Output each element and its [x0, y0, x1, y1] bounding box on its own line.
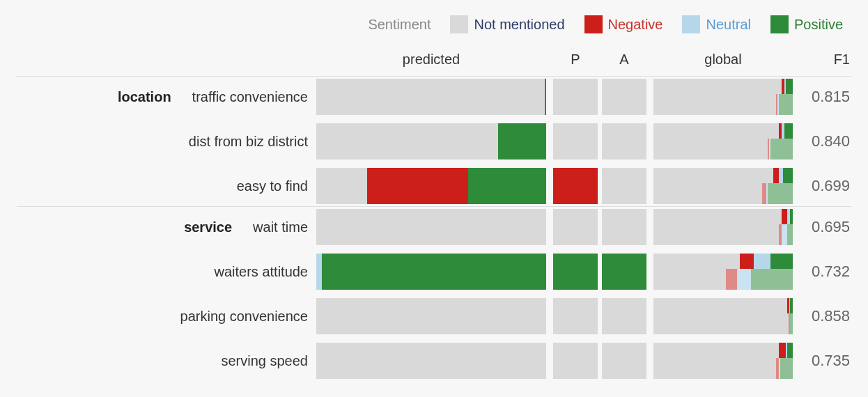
a-bar [602, 298, 646, 334]
predicted-bar [316, 209, 546, 245]
a-bar [602, 209, 646, 245]
header-f1: F1 [801, 52, 850, 68]
f1-value: 0.858 [801, 307, 850, 325]
swatch-neutral [682, 15, 700, 33]
a-bar [602, 79, 646, 115]
aspect-label: wait time [253, 219, 308, 235]
table-row: locationtraffic convenience0.815 [17, 77, 851, 117]
predicted-bar [316, 79, 546, 115]
header-global: global [653, 52, 793, 68]
a-bar [602, 123, 646, 159]
predicted-bar [316, 298, 546, 334]
legend-item-not-mentioned: Not mentioned [450, 15, 564, 33]
table-row: servicewait time0.695 [17, 207, 851, 247]
rows-container: locationtraffic convenience0.815dist fro… [17, 76, 851, 381]
group-label: location [88, 89, 192, 105]
predicted-bar [316, 123, 546, 159]
legend-item-neutral: Neutral [682, 15, 750, 33]
f1-value: 0.732 [801, 263, 850, 281]
p-bar [553, 79, 598, 115]
global-bar [653, 79, 793, 115]
sentiment-aspect-chart: Sentiment Not mentioned Negative Neutral… [0, 0, 868, 381]
p-bar [553, 168, 598, 204]
global-bar [653, 168, 793, 204]
legend-label: Not mentioned [474, 17, 564, 33]
swatch-negative [584, 15, 603, 33]
a-bar [602, 343, 646, 379]
global-bar [653, 343, 793, 379]
p-bar [553, 343, 598, 379]
a-bar [602, 254, 646, 290]
global-bar [653, 298, 793, 334]
global-bar [653, 254, 793, 290]
legend-item-negative: Negative [584, 15, 663, 33]
predicted-bar [316, 254, 546, 290]
aspect-label: serving speed [221, 353, 308, 369]
table-row: dist from biz district0.840 [17, 117, 851, 162]
aspect-label: traffic convenience [192, 89, 308, 105]
table-row: serving speed0.735 [17, 336, 851, 381]
legend-label: Neutral [706, 17, 750, 33]
table-row: waiters attitude0.732 [17, 247, 851, 292]
header-predicted: predicted [316, 52, 546, 68]
header-a: A [602, 52, 646, 68]
legend-title: Sentiment [368, 17, 431, 33]
legend-label: Negative [608, 17, 663, 33]
p-bar [553, 254, 598, 290]
table-row: easy to find0.699 [17, 162, 851, 206]
f1-value: 0.840 [801, 132, 850, 150]
aspect-label: parking convenience [180, 309, 308, 325]
global-bar [653, 123, 793, 159]
header-p: P [553, 52, 598, 68]
group-label: service [148, 219, 253, 235]
aspect-label: easy to find [237, 178, 308, 194]
global-bar [653, 209, 793, 245]
aspect-label: dist from biz district [189, 134, 308, 150]
aspect-label: waiters attitude [214, 264, 308, 280]
predicted-bar [316, 168, 546, 204]
swatch-not-mentioned [450, 15, 468, 33]
column-headers: predicted P A global F1 [17, 52, 851, 76]
legend-item-positive: Positive [770, 15, 843, 33]
legend-label: Positive [794, 17, 843, 33]
f1-value: 0.815 [801, 88, 850, 106]
table-row: parking convenience0.858 [17, 292, 851, 336]
legend: Sentiment Not mentioned Negative Neutral… [17, 11, 851, 52]
p-bar [553, 123, 598, 159]
f1-value: 0.699 [801, 177, 850, 195]
predicted-bar [316, 343, 546, 379]
a-bar [602, 168, 646, 204]
f1-value: 0.735 [801, 352, 850, 370]
swatch-positive [770, 15, 789, 33]
p-bar [553, 298, 598, 334]
p-bar [553, 209, 598, 245]
f1-value: 0.695 [801, 218, 850, 236]
